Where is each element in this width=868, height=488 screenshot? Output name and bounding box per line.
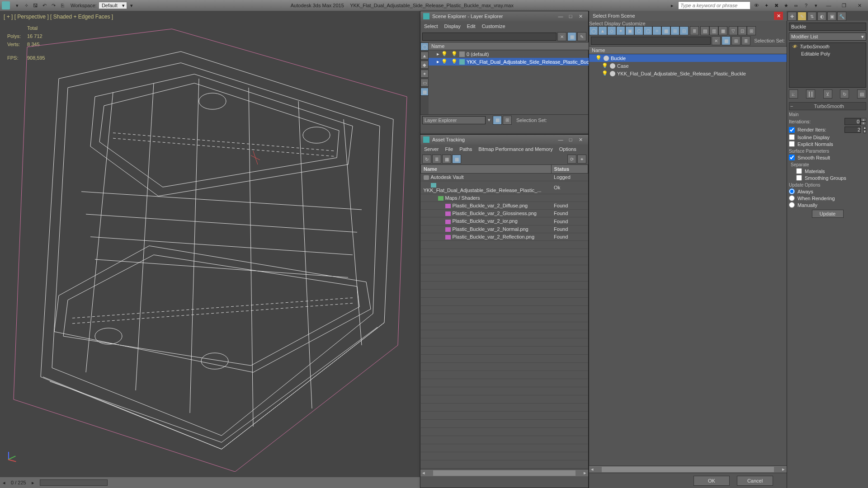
asset-col-name[interactable]: Name xyxy=(421,165,552,174)
sfs-t12-icon[interactable]: ≣ xyxy=(690,26,699,35)
tab-hierarchy-icon[interactable]: ⇅ xyxy=(807,12,816,21)
asset-grid-icon[interactable]: ▦ xyxy=(452,155,461,164)
info-arrow-icon[interactable]: ▸ xyxy=(668,1,676,9)
sfs-expand-icon[interactable]: ▤ xyxy=(700,26,709,35)
asset-refresh-icon[interactable]: ↻ xyxy=(422,155,431,164)
remove-mod-icon[interactable]: ↻ xyxy=(840,89,849,99)
se-view-options-icon[interactable]: ✎ xyxy=(577,32,586,41)
sfs-menu-display[interactable]: Display xyxy=(604,21,621,26)
exchange-icon[interactable]: ✖ xyxy=(772,1,780,9)
sfs-t1-icon[interactable]: ◯ xyxy=(589,26,598,35)
qat-undo-icon[interactable]: ↶ xyxy=(40,1,49,9)
riter-up-icon[interactable]: ▴ xyxy=(863,126,866,130)
sfs-t4-icon[interactable]: ✦ xyxy=(616,26,625,35)
sfs-t3-icon[interactable]: ◇ xyxy=(607,26,616,35)
sfs-menu-select[interactable]: Select xyxy=(589,21,603,26)
sfs-tree-item[interactable]: 💡YKK_Flat_Dual_Adjustable_Side_Release_P… xyxy=(589,70,787,77)
asset-max-icon[interactable]: □ xyxy=(566,137,576,142)
slider-next-icon[interactable]: ▸ xyxy=(29,479,37,487)
se-side-all-icon[interactable]: ◯ xyxy=(420,42,429,51)
asset-menu-paths[interactable]: Paths xyxy=(459,146,472,152)
sfs-sort2-icon[interactable]: ⊞ xyxy=(731,36,741,45)
modifier-list-dropdown[interactable]: Modifier List xyxy=(789,33,866,41)
tab-utilities-icon[interactable]: 🔧 xyxy=(837,12,846,21)
workspace-more-icon[interactable]: ▾ xyxy=(127,1,136,9)
sfs-t10-icon[interactable]: ⊞ xyxy=(670,26,679,35)
help-icon[interactable]: ? xyxy=(802,1,810,9)
asset-row[interactable]: Plastic_Buckle_var_2_Reflection.pngFound xyxy=(421,233,588,240)
sfs-ok-button[interactable]: OK xyxy=(693,476,730,486)
scene-explorer-max-icon[interactable]: □ xyxy=(566,14,576,19)
sfs-t9-icon[interactable]: ▦ xyxy=(661,26,670,35)
render-iters-input[interactable] xyxy=(844,127,861,133)
asset-row[interactable]: YKK_Flat_Dual_Adjustable_Side_Release_Pl… xyxy=(421,181,588,194)
tab-display-icon[interactable]: ▣ xyxy=(827,12,836,21)
materials-check[interactable] xyxy=(796,168,802,174)
asset-menu-bitmap[interactable]: Bitmap Performance and Memory xyxy=(478,146,552,152)
scene-explorer-min-icon[interactable]: — xyxy=(556,14,566,19)
se-footer-tree-icon[interactable]: ⊞ xyxy=(503,116,512,125)
show-end-icon[interactable]: ┃┃ xyxy=(806,89,815,99)
qat-new-icon[interactable]: ▾ xyxy=(13,1,22,9)
se-clear-icon[interactable]: ✕ xyxy=(557,32,566,41)
whenr-radio[interactable] xyxy=(789,195,795,201)
asset-row[interactable]: Plastic_Buckle_var_2_Diffuse.pngFound xyxy=(421,202,588,210)
sfs-lock-icon[interactable]: ⊞ xyxy=(747,26,756,35)
asset-tree-icon[interactable]: ≣ xyxy=(432,155,441,164)
pin-stack-icon[interactable]: ⟀ xyxy=(789,89,798,99)
viewport[interactable]: [ + ] [ Perspective ] [ Shaded + Edged F… xyxy=(0,11,420,477)
render-iters-check[interactable] xyxy=(789,127,795,133)
se-menu-display[interactable]: Display xyxy=(444,23,461,29)
se-col-name[interactable]: Name xyxy=(429,42,597,50)
configure-icon[interactable]: ▤ xyxy=(857,89,866,99)
object-name-input[interactable] xyxy=(789,23,866,31)
search-icon[interactable]: 👁 xyxy=(752,1,760,9)
asset-row[interactable]: Plastic_Buckle_var_2_ior.pngFound xyxy=(421,217,588,225)
asset-hscroll[interactable]: ◂▸ xyxy=(420,469,588,476)
sfs-filter-icon[interactable]: ▽ xyxy=(729,26,738,35)
asset-settings-icon[interactable]: ✦ xyxy=(577,155,586,164)
sfs-titlebar[interactable]: Select From Scene ✕ xyxy=(589,11,787,21)
sfs-collapse-icon[interactable]: ▥ xyxy=(709,26,718,35)
se-side-lights-icon[interactable]: ✦ xyxy=(420,70,429,78)
sfs-col-name[interactable]: Name xyxy=(589,46,787,54)
iter-up-icon[interactable]: ▴ xyxy=(861,118,866,122)
rollup-turbosmooth[interactable]: −TurboSmooth xyxy=(789,102,866,110)
smgroups-check[interactable] xyxy=(796,175,802,181)
sfs-t7-icon[interactable]: ▢ xyxy=(643,26,652,35)
always-radio[interactable] xyxy=(789,188,795,194)
se-menu-edit[interactable]: Edit xyxy=(467,23,476,29)
isoline-check[interactable] xyxy=(789,134,795,140)
asset-row[interactable]: Plastic_Buckle_var_2_Normal.pngFound xyxy=(421,225,588,233)
asset-row[interactable]: Plastic_Buckle_var_2_Glossiness.pngFound xyxy=(421,210,588,217)
restore-button[interactable]: ❐ xyxy=(837,1,851,9)
close-button[interactable]: ✕ xyxy=(853,1,866,9)
sfs-t11-icon[interactable]: ⊟ xyxy=(679,26,689,35)
manual-row[interactable]: Manually xyxy=(789,202,866,208)
explicit-row[interactable]: Explicit Normals xyxy=(789,141,866,147)
asset-col-status[interactable]: Status xyxy=(551,165,588,174)
asset-min-icon[interactable]: — xyxy=(556,137,566,142)
se-footer-layers-icon[interactable]: ▦ xyxy=(493,116,502,125)
qat-open-icon[interactable]: ✧ xyxy=(22,1,31,9)
qat-link-icon[interactable]: ⎘ xyxy=(58,1,67,9)
sfs-sort3-icon[interactable]: ≣ xyxy=(741,36,750,45)
sfs-tree-item[interactable]: 💡Buckle xyxy=(589,54,787,62)
asset-status-icon[interactable]: ⟳ xyxy=(567,155,576,164)
asset-row[interactable]: Autodesk VaultLogged xyxy=(421,174,588,181)
qat-save-icon[interactable]: 🖫 xyxy=(31,1,40,9)
se-tree-item[interactable]: ▸💡💡0 (default) xyxy=(429,50,597,58)
se-side-shapes-icon[interactable]: ◆ xyxy=(420,61,429,69)
sfs-hscroll[interactable]: ◂▸ xyxy=(589,465,787,473)
tab-modify-icon[interactable]: ✎ xyxy=(797,12,807,21)
tab-motion-icon[interactable]: ◐ xyxy=(817,12,826,21)
se-side-geom-icon[interactable]: ▲ xyxy=(420,52,429,60)
viewport-label[interactable]: [ + ] [ Perspective ] [ Shaded + Edged F… xyxy=(4,14,113,20)
se-side-cams-icon[interactable]: ▭ xyxy=(420,79,429,87)
whenr-row[interactable]: When Rendering xyxy=(789,195,866,201)
sfs-t2-icon[interactable]: ▲ xyxy=(598,26,607,35)
sfs-cancel-button[interactable]: Cancel xyxy=(737,476,773,486)
sfs-sort1-icon[interactable]: ▦ xyxy=(722,36,731,45)
scene-explorer-titlebar[interactable]: Scene Explorer - Layer Explorer — □ ✕ xyxy=(420,11,588,21)
scene-explorer-close-icon[interactable]: ✕ xyxy=(576,14,585,19)
